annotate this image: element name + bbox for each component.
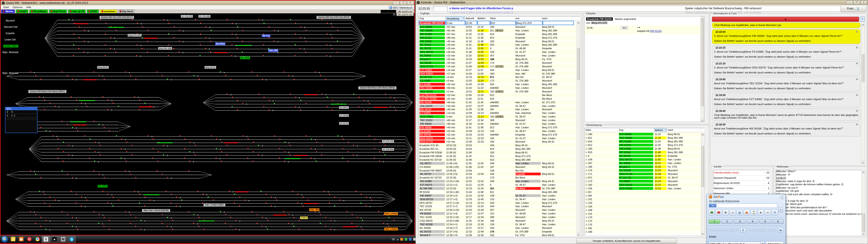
zugfolge-row[interactable]: IKS 4198512:20 (+18)12:0212:02544Han. Li…: [419, 179, 580, 183]
signal[interactable]: [153, 139, 154, 140]
signal[interactable]: [112, 194, 112, 195]
signal[interactable]: [302, 194, 302, 195]
zugfolge-row[interactable]: CIL 4872711:58 (+8)11:5011:50544Han. Lin…: [419, 161, 580, 165]
zugfolge-row[interactable]: Lok IRC 51305+31 min11:5011:51814Bw West: [419, 97, 580, 100]
signal[interactable]: [248, 148, 248, 149]
signal[interactable]: [57, 157, 58, 158]
zugfolge-row[interactable]: IKL 50565+22 min11:2012:01307WunstorfHan…: [419, 54, 580, 57]
signal[interactable]: [84, 135, 85, 136]
signal[interactable]: [292, 191, 293, 191]
signal[interactable]: [95, 142, 96, 143]
signal[interactable]: [193, 223, 194, 224]
signal[interactable]: [378, 211, 379, 212]
signal[interactable]: [50, 130, 50, 132]
gleisbelegung-row[interactable]: ▤814IRC 5130511:26Berg 381-389: [585, 140, 705, 143]
signal[interactable]: [319, 72, 319, 73]
signal[interactable]: [352, 214, 352, 215]
signal[interactable]: [199, 79, 199, 80]
signal[interactable]: [163, 19, 164, 20]
zugfolge-row[interactable]: Rf 5016612:24 (+40)11:4411:58811Berg 381…: [419, 190, 580, 194]
signal[interactable]: [305, 41, 306, 41]
signal[interactable]: [184, 139, 185, 140]
menu-hilfe[interactable]: Hilfe: [25, 6, 33, 9]
start-button[interactable]: ❖: [1, 236, 8, 243]
signal[interactable]: [100, 154, 101, 155]
signal[interactable]: [154, 106, 154, 108]
signal[interactable]: [49, 205, 50, 206]
signal[interactable]: [44, 203, 45, 203]
signal[interactable]: [230, 217, 231, 218]
signal[interactable]: [197, 223, 198, 224]
signal[interactable]: [320, 75, 321, 76]
sim-console-icon[interactable]: ●: [51, 236, 59, 243]
signal[interactable]: [316, 151, 317, 152]
signal[interactable]: [216, 139, 217, 140]
signal[interactable]: [103, 214, 103, 216]
signal[interactable]: [77, 228, 78, 230]
signal[interactable]: [284, 151, 285, 152]
speaker-volume-slider[interactable]: [747, 228, 777, 232]
track-segment[interactable]: [352, 38, 365, 45]
signal[interactable]: [379, 161, 380, 161]
funk-message-card[interactable]: 12:19:45⚑Anruf von Triebfahrzeugführer T…: [712, 77, 860, 91]
signal[interactable]: [93, 71, 94, 72]
signal[interactable]: [67, 223, 68, 224]
signal[interactable]: [369, 103, 370, 104]
tray-app-icon[interactable]: [400, 238, 403, 241]
gleisbelegung-row[interactable]: ▤184ICG 5000811:16Berg 68-51: [585, 132, 705, 136]
signal[interactable]: [274, 103, 275, 104]
signal[interactable]: [342, 136, 342, 137]
signal[interactable]: [113, 205, 114, 206]
signal[interactable]: [79, 48, 79, 49]
zugfolge-row[interactable]: Ersatzlok KC 6371811:49 (0)11:49813Berg …: [419, 158, 580, 161]
signal[interactable]: [194, 142, 194, 144]
signal[interactable]: [211, 135, 212, 136]
signal[interactable]: [300, 37, 301, 38]
signal[interactable]: [357, 155, 358, 156]
signal[interactable]: [211, 41, 211, 41]
zugfolge-row[interactable]: GC 63148+20 min11:4712:03174Gl. 376-389W…: [419, 61, 580, 65]
toolbar-button-auto-fs-rot[interactable]: Auto FS rot: [49, 9, 67, 13]
signal[interactable]: [278, 41, 278, 42]
signal[interactable]: [260, 191, 261, 191]
signal[interactable]: [171, 226, 171, 227]
signal[interactable]: [40, 226, 41, 226]
signal[interactable]: [248, 139, 249, 140]
signal[interactable]: [118, 106, 119, 106]
signal[interactable]: [109, 228, 110, 230]
zugfolge-row[interactable]: Ersatzlok FIR 5283611:08 (0)11:08183Berg…: [419, 151, 580, 154]
signal[interactable]: [262, 79, 263, 80]
signal[interactable]: [366, 205, 367, 206]
signal[interactable]: [114, 37, 115, 39]
signal[interactable]: [364, 109, 364, 110]
track-segment[interactable]: [159, 100, 171, 104]
signal[interactable]: [236, 45, 236, 46]
signal[interactable]: [98, 161, 99, 162]
signal[interactable]: [138, 97, 138, 98]
signal[interactable]: [63, 151, 64, 152]
signal[interactable]: [243, 135, 243, 136]
signal[interactable]: [316, 161, 317, 161]
zugfolge-row[interactable]: IKL 50725+33 min11:4111:506Gl. 48-68Empe…: [419, 47, 580, 50]
zugfolge-row[interactable]: TEC 3115612:27 (+7)12:2012:20544Han. Lin…: [419, 205, 580, 208]
column-header-verspätung[interactable]: ▴Verspätung: [445, 17, 465, 21]
signal[interactable]: [213, 200, 214, 201]
close-control-button[interactable]: Fenster schließen, Kontrollbereich zurüc…: [576, 238, 677, 243]
zugfolge-row[interactable]: DGS 478260 min12:0312:23105(/109/)Gl. 38…: [419, 115, 580, 118]
zugfolge-row[interactable]: Ersatzlok FIR 4959611:25 (0)11:25812Berg…: [419, 154, 580, 158]
column-header-zug[interactable]: Zug: [618, 128, 654, 132]
gleisbelegung-row[interactable]: ▤5W: [585, 194, 705, 197]
signal[interactable]: [188, 71, 189, 72]
signal[interactable]: [368, 110, 368, 111]
signal[interactable]: [374, 148, 375, 149]
signal[interactable]: [35, 214, 36, 215]
minimize-button[interactable]: —: [393, 1, 400, 5]
signal[interactable]: [242, 52, 243, 53]
signal[interactable]: [353, 154, 354, 155]
signal[interactable]: [264, 23, 265, 24]
gleisbelegung-row[interactable]: ▤101: [585, 197, 705, 201]
gleisbelegung-row[interactable]: ▤5O: [585, 190, 705, 194]
signal[interactable]: [233, 191, 234, 192]
mail-button[interactable]: ✉: [765, 210, 771, 216]
signal[interactable]: [288, 152, 289, 153]
